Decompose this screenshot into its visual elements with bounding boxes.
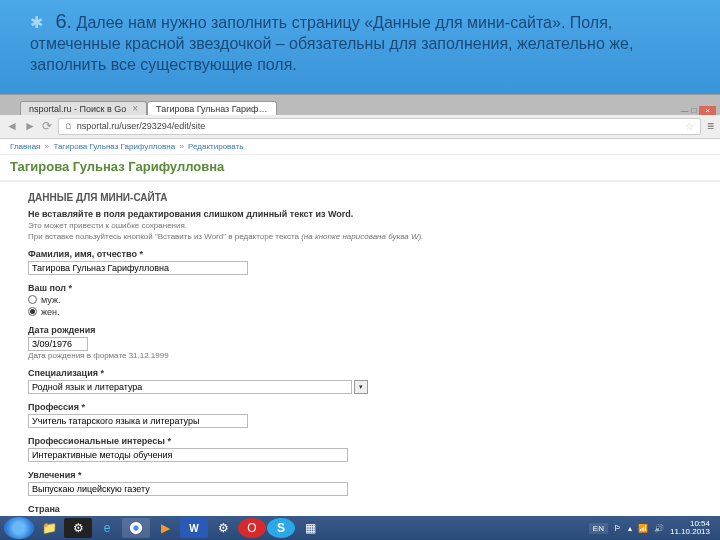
taskbar-app-icon[interactable]: ⚙: [64, 518, 92, 538]
field-profession: Профессия *: [28, 402, 692, 428]
breadcrumb-item[interactable]: Редактировать: [188, 142, 243, 151]
taskbar-settings-icon[interactable]: ⚙: [209, 518, 237, 538]
hobby-input[interactable]: [28, 482, 348, 496]
window-maximize-icon[interactable]: □: [691, 106, 696, 115]
menu-icon[interactable]: ≡: [707, 119, 714, 133]
dob-label: Дата рождения: [28, 325, 692, 335]
breadcrumb-item[interactable]: Тагирова Гульназ Гарифулловна: [53, 142, 175, 151]
page-title: Тагирова Гульназ Гарифулловна: [0, 155, 720, 182]
interests-input[interactable]: [28, 448, 348, 462]
hint-text: Это может привести к ошибке сохранения.: [28, 221, 692, 230]
section-title: ДАННЫЕ ДЛЯ МИНИ-САЙТА: [28, 192, 692, 203]
tray-flag-icon[interactable]: 🏳: [614, 524, 622, 533]
form-area: ДАННЫЕ ДЛЯ МИНИ-САЙТА Не вставляйте в по…: [0, 182, 720, 540]
bookmark-star-icon[interactable]: ☆: [685, 121, 694, 132]
windows-taskbar: 📁 ⚙ e ▶ W ⚙ O S ▦ EN 🏳 ▴ 📶 🔊 10:54 11.10…: [0, 516, 720, 540]
address-bar-row: ◄ ► ⟳ 🗋 nsportal.ru/user/293294/edit/sit…: [0, 115, 720, 139]
dob-input[interactable]: [28, 337, 88, 351]
taskbar-media-icon[interactable]: ▶: [151, 518, 179, 538]
field-fio: Фамилия, имя, отчество *: [28, 249, 692, 275]
breadcrumb: Главная » Тагирова Гульназ Гарифулловна …: [0, 139, 720, 155]
field-hobby: Увлечения *: [28, 470, 692, 496]
field-specialization: Специализация * ▾: [28, 368, 692, 394]
field-interests: Профессиональные интересы *: [28, 436, 692, 462]
instruction-text: Далее нам нужно заполнить страницу «Данн…: [30, 14, 633, 73]
warning-text: Не вставляйте в поля редактирования слиш…: [28, 209, 692, 219]
back-icon[interactable]: ◄: [6, 119, 18, 133]
country-label: Страна: [28, 504, 692, 514]
browser-tab[interactable]: nsportal.ru - Поиск в Go×: [20, 101, 147, 115]
radio-male-label: муж.: [41, 295, 60, 305]
spec-label: Специализация *: [28, 368, 692, 378]
browser-tab[interactable]: Тагирова Гульназ Гариф×: [147, 101, 277, 115]
tray-network-icon[interactable]: 📶: [638, 524, 648, 533]
fio-label: Фамилия, имя, отчество *: [28, 249, 692, 259]
spec-input[interactable]: [28, 380, 352, 394]
taskbar-word-icon[interactable]: W: [180, 518, 208, 538]
radio-male[interactable]: [28, 295, 37, 304]
prof-input[interactable]: [28, 414, 248, 428]
hint-text: При вставке пользуйтесь кнопкой "Вставит…: [28, 232, 692, 241]
interests-label: Профессиональные интересы *: [28, 436, 692, 446]
step-number: 6.: [55, 10, 72, 32]
page-icon: 🗋: [65, 122, 73, 131]
fio-input[interactable]: [28, 261, 248, 275]
window-minimize-icon[interactable]: —: [680, 106, 688, 115]
breadcrumb-item[interactable]: Главная: [10, 142, 40, 151]
radio-female[interactable]: [28, 307, 37, 316]
field-dob: Дата рождения Дата рождения в формате 31…: [28, 325, 692, 360]
reload-icon[interactable]: ⟳: [42, 119, 52, 133]
system-tray: EN 🏳 ▴ 📶 🔊 10:54 11.10.2013: [589, 520, 716, 536]
address-bar[interactable]: 🗋 nsportal.ru/user/293294/edit/site ☆: [58, 118, 701, 135]
prof-label: Профессия *: [28, 402, 692, 412]
bullet-icon: ✱: [30, 14, 43, 31]
dob-hint: Дата рождения в формате 31.12.1999: [28, 351, 692, 360]
radio-female-label: жен.: [41, 307, 60, 317]
clock[interactable]: 10:54 11.10.2013: [670, 520, 710, 536]
close-icon[interactable]: ×: [132, 103, 138, 114]
tray-chevron-icon[interactable]: ▴: [628, 524, 632, 533]
field-gender: Ваш пол * муж. жен.: [28, 283, 692, 317]
forward-icon[interactable]: ►: [24, 119, 36, 133]
browser-window: nsportal.ru - Поиск в Go× Тагирова Гульн…: [0, 94, 720, 139]
window-close-icon[interactable]: ×: [699, 106, 716, 115]
hobby-label: Увлечения *: [28, 470, 692, 480]
url-text: nsportal.ru/user/293294/edit/site: [77, 121, 206, 131]
start-button[interactable]: [4, 517, 34, 539]
dropdown-icon[interactable]: ▾: [354, 380, 368, 394]
svg-point-1: [133, 525, 138, 530]
language-indicator[interactable]: EN: [589, 523, 608, 534]
gender-label: Ваш пол *: [28, 283, 692, 293]
taskbar-app-icon[interactable]: ▦: [296, 518, 324, 538]
taskbar-ie-icon[interactable]: e: [93, 518, 121, 538]
browser-tabbar: nsportal.ru - Поиск в Go× Тагирова Гульн…: [0, 95, 720, 115]
taskbar-explorer-icon[interactable]: 📁: [35, 518, 63, 538]
taskbar-opera-icon[interactable]: O: [238, 518, 266, 538]
tray-volume-icon[interactable]: 🔊: [654, 524, 664, 533]
slide-instruction: ✱ 6. Далее нам нужно заполнить страницу …: [0, 0, 720, 94]
taskbar-chrome-icon[interactable]: [122, 518, 150, 538]
taskbar-skype-icon[interactable]: S: [267, 518, 295, 538]
